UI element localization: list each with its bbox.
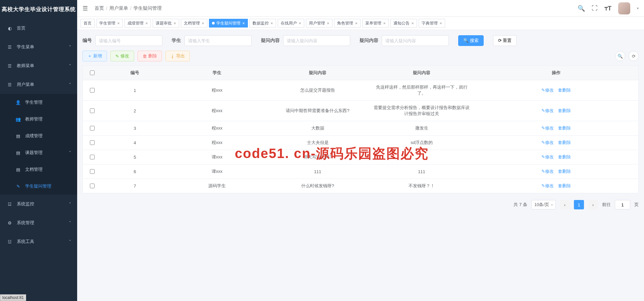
fontsize-icon[interactable]: ᴛT	[604, 5, 611, 12]
search-input[interactable]	[95, 35, 162, 46]
chevron-icon: ˅	[69, 151, 71, 155]
close-icon[interactable]: ✕	[411, 21, 414, 25]
user-dropdown-icon[interactable]: ▾	[637, 6, 639, 10]
close-icon[interactable]: ✕	[299, 21, 301, 25]
sidebar-item[interactable]: ☳系统监控˅	[0, 195, 77, 213]
row-delete-button[interactable]: 🗑删除	[558, 140, 571, 146]
row-checkbox[interactable]	[90, 126, 95, 131]
page-size-select[interactable]: 10条/页 ▾	[531, 200, 556, 209]
cell-student: 程xxx	[168, 136, 266, 150]
sidebar-item[interactable]: ☳系统工具˅	[0, 232, 77, 251]
row-edit-button[interactable]: ✎修改	[541, 168, 554, 174]
field-label: 编号	[83, 38, 92, 44]
sidebar-subitem[interactable]: ✎学生疑问管理	[0, 178, 77, 195]
row-edit-button[interactable]: ✎修改	[541, 125, 554, 131]
tab[interactable]: 首页	[80, 19, 95, 28]
edit-button[interactable]: ✎ 修改	[110, 51, 134, 61]
close-icon[interactable]: ✕	[270, 21, 273, 25]
add-button[interactable]: ＋ 新增	[83, 51, 107, 61]
reset-button[interactable]: ⟳ 重置	[493, 35, 517, 46]
close-icon[interactable]: ✕	[173, 21, 176, 25]
cell-question: 大数据	[266, 121, 370, 135]
search-button[interactable]: 🔍 搜索	[458, 35, 484, 46]
search-toggle-icon[interactable]: 🔍	[615, 51, 625, 61]
field-label: 学生	[172, 38, 181, 44]
breadcrumb-item[interactable]: 用户菜单	[109, 5, 128, 11]
search-input[interactable]	[184, 35, 252, 46]
row-edit-button[interactable]: ✎修改	[541, 87, 554, 93]
statusbar: localhost:81	[0, 294, 26, 301]
row-checkbox[interactable]	[90, 184, 95, 188]
tab[interactable]: 成绩管理✕	[124, 19, 151, 28]
tab[interactable]: 文档管理✕	[181, 19, 207, 28]
row-checkbox[interactable]	[90, 155, 95, 159]
close-icon[interactable]: ✕	[145, 21, 148, 25]
breadcrumb-item[interactable]: 首页	[95, 5, 104, 11]
sidebar-item[interactable]: ☰学生菜单˅	[0, 38, 77, 56]
close-icon[interactable]: ✕	[439, 21, 442, 25]
sidebar-item[interactable]: ⚙系统管理˅	[0, 213, 77, 232]
close-icon[interactable]: ✕	[327, 21, 329, 25]
close-icon[interactable]: ✕	[355, 21, 358, 25]
prev-page-button[interactable]: ‹	[560, 200, 570, 209]
tab[interactable]: 通知公告✕	[390, 19, 417, 28]
menu-label: 用户菜单	[17, 82, 34, 88]
row-checkbox[interactable]	[90, 108, 95, 113]
cell-student: 源码学生	[168, 179, 266, 193]
row-delete-button[interactable]: 🗑删除	[558, 87, 571, 93]
row-edit-button[interactable]: ✎修改	[541, 154, 554, 160]
next-page-button[interactable]: ›	[588, 200, 598, 209]
search-bar: 编号学生疑问内容疑问内容🔍 搜索⟳ 重置	[83, 35, 639, 46]
row-delete-button[interactable]: 🗑删除	[558, 125, 571, 131]
row-delete-button[interactable]: 🗑删除	[558, 183, 571, 189]
sidebar-item[interactable]: ☰用户菜单˄	[0, 75, 77, 94]
row-checkbox[interactable]	[90, 140, 95, 145]
search-icon[interactable]: 🔍	[578, 5, 585, 12]
tab[interactable]: 字典管理✕	[419, 19, 445, 28]
hamburger-icon[interactable]: ☰	[83, 5, 88, 12]
tab[interactable]: 学生疑问管理✕	[209, 19, 248, 28]
tab-label: 在线用户	[281, 20, 297, 26]
select-all-checkbox[interactable]	[90, 70, 95, 75]
refresh-icon[interactable]: ⟳	[629, 51, 639, 61]
search-input[interactable]	[283, 35, 350, 46]
tab[interactable]: 学生管理✕	[96, 19, 123, 28]
goto-page-input[interactable]	[615, 200, 630, 209]
sidebar-subitem[interactable]: 👥教师管理	[0, 111, 77, 128]
fullscreen-icon[interactable]: ⛶	[592, 5, 598, 12]
tab[interactable]: 课题审批✕	[153, 19, 179, 28]
close-icon[interactable]: ✕	[242, 21, 245, 25]
sidebar-subitem[interactable]: 👤学生管理	[0, 94, 77, 111]
page-number[interactable]: 1	[574, 200, 584, 209]
row-edit-button[interactable]: ✎修改	[541, 183, 554, 189]
avatar[interactable]	[618, 2, 630, 14]
row-checkbox[interactable]	[90, 169, 95, 174]
sidebar-item[interactable]: ☰教师菜单˅	[0, 56, 77, 75]
row-edit-button[interactable]: ✎修改	[541, 140, 554, 146]
sidebar-item[interactable]: ◐首页	[0, 19, 77, 38]
table-row: 2 程xxx 请问中期答辩需要准备什么东西? 需要提交需求分析报告，概要设计报告…	[83, 101, 638, 121]
row-delete-button[interactable]: 🗑删除	[558, 154, 571, 160]
tab[interactable]: 用户管理✕	[306, 19, 332, 28]
tab[interactable]: 菜单管理✕	[362, 19, 389, 28]
row-checkbox[interactable]	[90, 88, 95, 93]
tab-label: 首页	[84, 20, 92, 26]
chevron-icon: ˄	[69, 83, 71, 87]
export-button[interactable]: ⭳ 导出	[165, 51, 190, 61]
row-edit-button[interactable]: ✎修改	[541, 108, 554, 114]
row-delete-button[interactable]: 🗑删除	[558, 108, 571, 114]
tab[interactable]: 角色管理✕	[334, 19, 361, 28]
tab[interactable]: 在线用户✕	[278, 19, 304, 28]
delete-button[interactable]: 🗑 删除	[138, 51, 162, 61]
close-icon[interactable]: ✕	[117, 21, 120, 25]
close-icon[interactable]: ✕	[202, 21, 204, 25]
sidebar-subitem[interactable]: ▤成绩管理	[0, 128, 77, 144]
row-delete-button[interactable]: 🗑删除	[558, 168, 571, 174]
sidebar-subitem[interactable]: ▤课题管理˅	[0, 144, 77, 161]
search-input[interactable]	[382, 35, 449, 46]
tab[interactable]: 数据监控✕	[250, 19, 276, 28]
sidebar-subitem[interactable]: ▤文档管理	[0, 161, 77, 178]
tab-label: 菜单管理	[365, 20, 381, 26]
cell-id: 3	[101, 121, 168, 135]
close-icon[interactable]: ✕	[383, 21, 386, 25]
